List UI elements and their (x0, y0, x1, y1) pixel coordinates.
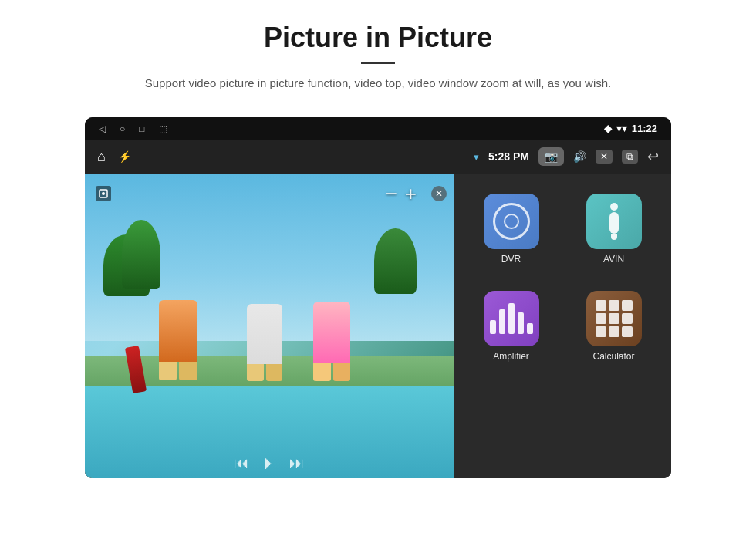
toolbar-time: 5:28 PM (488, 150, 529, 163)
calc-key-9 (622, 326, 633, 337)
nav-recent-icon[interactable]: □ (139, 123, 144, 134)
amp-bars (490, 303, 533, 334)
app-toolbar: ⌂ ⚡ ▾ 5:28 PM 📷 🔊 ✕ ⧉ ↩ (85, 140, 671, 174)
calc-key-8 (609, 326, 619, 337)
calc-key-1 (596, 300, 606, 311)
nav-home-icon[interactable]: ○ (120, 123, 125, 134)
app-grid: DVR AVIN (454, 174, 671, 478)
status-bar: ◁ ○ □ ⬚ ◆ ▾▾ 11:22 (85, 117, 671, 140)
svg-text:✕: ✕ (435, 188, 443, 199)
figure-1 (159, 300, 205, 393)
calc-key-7 (596, 326, 606, 337)
figure-3 (313, 302, 358, 393)
pip-plus-button[interactable]: + (405, 182, 417, 206)
amplifier-icon (484, 291, 539, 346)
page-title: Picture in Picture (62, 22, 694, 54)
figure-2 (247, 304, 289, 393)
avin-icon (586, 194, 642, 249)
pip-minus-button[interactable]: − (386, 182, 397, 206)
amp-bar-5 (527, 323, 533, 334)
amplifier-label: Amplifier (493, 351, 529, 362)
amp-bar-2 (499, 309, 505, 334)
pip-prev-button[interactable]: ⏮ (234, 454, 249, 472)
pip-video: − + ✕ ⏮ ⏵ ⏭ (85, 174, 454, 478)
wifi-toolbar-icon: ▾ (474, 151, 479, 163)
app-item-avin[interactable]: AVIN (562, 180, 665, 278)
calculator-label: Calculator (592, 351, 634, 362)
camera-button[interactable]: 📷 (538, 147, 564, 166)
window-button[interactable]: ⧉ (622, 150, 638, 164)
back-button[interactable]: ↩ (647, 148, 659, 165)
tree-2 (122, 220, 160, 289)
wifi-icon: ▾▾ (616, 123, 627, 134)
pip-resize-controls[interactable]: − + (386, 182, 417, 206)
dvr-inner (504, 214, 519, 229)
nav-screenshot-icon[interactable]: ⬚ (159, 123, 167, 134)
dvr-circle (493, 203, 530, 240)
status-bar-nav: ◁ ○ □ ⬚ (99, 123, 167, 134)
close-pip-button[interactable]: ✕ (596, 150, 613, 164)
status-bar-right: ◆ ▾▾ 11:22 (604, 123, 657, 134)
gps-icon: ◆ (604, 123, 612, 134)
app-item-amplifier[interactable]: Amplifier (460, 278, 562, 375)
app-item-dvr[interactable]: DVR (460, 180, 562, 278)
amp-bar-3 (508, 303, 515, 334)
pip-next-button[interactable]: ⏭ (289, 454, 305, 472)
pip-scene (85, 174, 454, 478)
calc-key-3 (622, 300, 633, 311)
toolbar-left: ⌂ ⚡ (97, 149, 131, 165)
calc-keys (592, 297, 636, 340)
title-divider (361, 62, 395, 64)
pip-overlay-controls: − + ✕ (89, 179, 454, 209)
avin-label: AVIN (603, 254, 624, 265)
pip-container[interactable]: − + ✕ ⏮ ⏵ ⏭ (85, 174, 454, 478)
calculator-icon (586, 291, 642, 346)
pip-play-button[interactable]: ⏵ (262, 454, 277, 472)
app-item-calculator[interactable]: Calculator (562, 278, 665, 375)
usb-icon: ⚡ (118, 150, 131, 163)
amp-bar-4 (518, 312, 524, 334)
volume-button[interactable]: 🔊 (573, 150, 586, 163)
device-frame: ◁ ○ □ ⬚ ◆ ▾▾ 11:22 ⌂ ⚡ ▾ 5:28 PM 📷 🔊 ✕ ⧉… (85, 117, 671, 478)
status-time: 11:22 (632, 123, 657, 134)
home-button[interactable]: ⌂ (97, 149, 106, 165)
dvr-label: DVR (501, 254, 521, 265)
calc-key-5 (609, 313, 619, 324)
toolbar-right: ▾ 5:28 PM 📷 🔊 ✕ ⧉ ↩ (474, 147, 659, 166)
calc-key-6 (622, 313, 633, 324)
calc-key-2 (609, 300, 619, 311)
svg-point-1 (102, 192, 105, 195)
pip-playback: ⏮ ⏵ ⏭ (234, 454, 305, 472)
tree-3 (374, 228, 417, 294)
pip-close-button[interactable]: ✕ (430, 185, 447, 206)
dvr-icon (484, 194, 539, 249)
page-subtitle: Support video picture in picture functio… (77, 75, 679, 93)
page-header: Picture in Picture Support video picture… (0, 0, 756, 106)
calc-key-4 (596, 313, 606, 324)
pip-record-icon (96, 186, 111, 201)
main-content: − + ✕ ⏮ ⏵ ⏭ (85, 174, 671, 478)
nav-back-icon[interactable]: ◁ (99, 123, 106, 134)
amp-bar-1 (490, 320, 496, 334)
